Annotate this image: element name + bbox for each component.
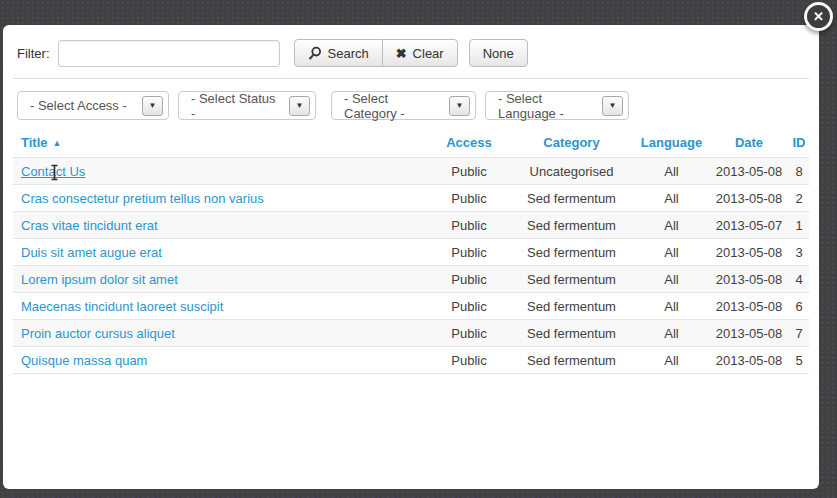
id-cell: 4 [789, 266, 809, 293]
category-cell: Sed fermentum [509, 347, 634, 374]
language-select-value: - Select Language - [498, 91, 594, 121]
column-header-title[interactable]: Title▲ [13, 130, 429, 158]
clear-button[interactable]: ✖ Clear [382, 39, 458, 67]
column-header-date[interactable]: Date [709, 130, 789, 158]
filter-input[interactable] [58, 40, 280, 67]
status-select-value: - Select Status - [191, 91, 281, 121]
article-title-link[interactable]: Maecenas tincidunt laoreet suscipit [21, 299, 223, 314]
column-header-language[interactable]: Language [634, 130, 709, 158]
article-table: Title▲ Access Category Language Date ID … [13, 130, 809, 374]
modal-content: Filter: Search ✖ Clear [3, 25, 819, 374]
article-title-link[interactable]: Proin auctor cursus aliquet [21, 326, 175, 341]
none-button-label: None [483, 46, 514, 61]
table-header-row: Title▲ Access Category Language Date ID [13, 130, 809, 158]
access-cell: Public [429, 158, 509, 185]
filter-bar: Filter: Search ✖ Clear [17, 39, 809, 67]
table-row: Maecenas tincidunt laoreet suscipit Publ… [13, 293, 809, 320]
status-select[interactable]: - Select Status - ▼ [178, 91, 316, 120]
category-cell: Sed fermentum [509, 212, 634, 239]
id-cell: 3 [789, 239, 809, 266]
chevron-down-icon[interactable]: ▼ [289, 96, 310, 116]
category-cell: Sed fermentum [509, 293, 634, 320]
category-cell: Sed fermentum [509, 266, 634, 293]
language-cell: All [634, 239, 709, 266]
close-icon: ✕ [813, 9, 824, 24]
language-cell: All [634, 293, 709, 320]
date-cell: 2013-05-08 [709, 293, 789, 320]
table-row: Cras vitae tincidunt erat Public Sed fer… [13, 212, 809, 239]
id-cell: 6 [789, 293, 809, 320]
table-row: Duis sit amet augue erat Public Sed ferm… [13, 239, 809, 266]
clear-button-label: Clear [413, 46, 444, 61]
access-cell: Public [429, 239, 509, 266]
article-title-link[interactable]: Quisque massa quam [21, 353, 147, 368]
filter-separator [13, 78, 809, 79]
date-cell: 2013-05-08 [709, 158, 789, 185]
table-row: Cras consectetur pretium tellus non vari… [13, 185, 809, 212]
close-button[interactable]: ✕ [804, 2, 833, 31]
date-cell: 2013-05-08 [709, 347, 789, 374]
id-cell: 7 [789, 320, 809, 347]
id-cell: 8 [789, 158, 809, 185]
article-title-link[interactable]: Cras consectetur pretium tellus non vari… [21, 191, 264, 206]
category-select[interactable]: - Select Category - ▼ [331, 91, 476, 120]
language-cell: All [634, 185, 709, 212]
search-icon [308, 46, 322, 61]
select-filters: - Select Access - ▼ - Select Status - ▼ … [17, 91, 809, 120]
access-cell: Public [429, 320, 509, 347]
column-header-category[interactable]: Category [509, 130, 634, 158]
date-cell: 2013-05-08 [709, 239, 789, 266]
article-title-link[interactable]: Duis sit amet augue erat [21, 245, 162, 260]
table-body: Contact Us Public Uncategorised All 2013… [13, 158, 809, 374]
chevron-down-icon[interactable]: ▼ [449, 96, 470, 116]
clear-x-icon: ✖ [396, 47, 407, 60]
date-cell: 2013-05-08 [709, 185, 789, 212]
language-cell: All [634, 212, 709, 239]
search-button-label: Search [328, 46, 369, 61]
table-row: Contact Us Public Uncategorised All 2013… [13, 158, 809, 185]
column-header-id[interactable]: ID [789, 130, 809, 158]
column-header-access[interactable]: Access [429, 130, 509, 158]
date-cell: 2013-05-07 [709, 212, 789, 239]
article-title-link[interactable]: Cras vitae tincidunt erat [21, 218, 158, 233]
chevron-down-icon[interactable]: ▼ [602, 96, 623, 116]
table-row: Proin auctor cursus aliquet Public Sed f… [13, 320, 809, 347]
access-cell: Public [429, 293, 509, 320]
text-cursor [49, 164, 60, 184]
sort-asc-icon: ▲ [53, 138, 62, 148]
access-cell: Public [429, 266, 509, 293]
id-cell: 2 [789, 185, 809, 212]
language-cell: All [634, 266, 709, 293]
article-title-link[interactable]: Lorem ipsum dolor sit amet [21, 272, 178, 287]
access-cell: Public [429, 347, 509, 374]
category-cell: Sed fermentum [509, 320, 634, 347]
category-cell: Sed fermentum [509, 239, 634, 266]
date-cell: 2013-05-08 [709, 266, 789, 293]
filter-label: Filter: [17, 46, 50, 61]
search-button-group: Search ✖ Clear [294, 39, 458, 67]
date-cell: 2013-05-08 [709, 320, 789, 347]
id-cell: 1 [789, 212, 809, 239]
access-cell: Public [429, 185, 509, 212]
none-button[interactable]: None [469, 39, 528, 67]
article-select-modal: Filter: Search ✖ Clear [3, 25, 819, 489]
access-cell: Public [429, 212, 509, 239]
language-cell: All [634, 158, 709, 185]
table-row: Quisque massa quam Public Sed fermentum … [13, 347, 809, 374]
category-cell: Sed fermentum [509, 185, 634, 212]
search-button[interactable]: Search [294, 39, 383, 67]
chevron-down-icon[interactable]: ▼ [142, 96, 163, 116]
category-cell: Uncategorised [509, 158, 634, 185]
access-select[interactable]: - Select Access - ▼ [17, 91, 169, 120]
language-cell: All [634, 347, 709, 374]
access-select-value: - Select Access - [30, 98, 127, 113]
id-cell: 5 [789, 347, 809, 374]
table-row: Lorem ipsum dolor sit amet Public Sed fe… [13, 266, 809, 293]
category-select-value: - Select Category - [344, 91, 441, 121]
language-cell: All [634, 320, 709, 347]
language-select[interactable]: - Select Language - ▼ [485, 91, 629, 120]
